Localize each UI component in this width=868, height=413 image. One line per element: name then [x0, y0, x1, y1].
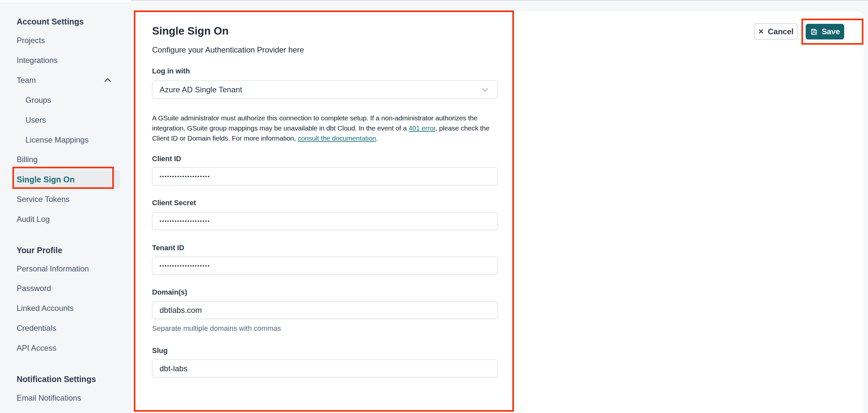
domains-label: Domain(s)	[152, 288, 187, 296]
client-id-label: Client ID	[152, 155, 181, 163]
slug-input[interactable]	[152, 359, 498, 377]
client-secret-label: Client Secret	[152, 199, 196, 207]
page: Account Settings Projects Integrations T…	[0, 0, 868, 413]
sidebar-header-account-settings: Account Settings	[17, 14, 84, 29]
sidebar-item-team[interactable]: Team	[17, 72, 36, 88]
save-button-label: Save	[822, 27, 840, 36]
sidebar-item-users[interactable]: Users	[26, 112, 46, 128]
sidebar-item-audit-log[interactable]: Audit Log	[17, 212, 50, 227]
chevron-down-icon	[480, 85, 490, 95]
cancel-button-label: Cancel	[768, 27, 794, 36]
client-secret-input[interactable]	[152, 212, 498, 230]
page-subtitle: Configure your Authentication Provider h…	[152, 45, 304, 55]
tenant-id-input[interactable]	[152, 257, 498, 275]
sidebar-top-divider	[0, 0, 131, 3]
sidebar-item-single-sign-on[interactable]: Single Sign On	[17, 171, 75, 187]
notice-part3: .	[376, 134, 378, 142]
slug-label: Slug	[152, 346, 168, 355]
domains-helper-text: Separate multiple domains with commas	[152, 324, 281, 333]
sidebar-item-api-access[interactable]: API Access	[17, 340, 56, 356]
sidebar-item-billing[interactable]: Billing	[17, 152, 37, 167]
gsuite-notice-text: A GSuite administrator must authorize th…	[152, 113, 502, 143]
sidebar-header-your-profile: Your Profile	[17, 243, 62, 258]
page-title: Single Sign On	[152, 25, 229, 37]
sidebar-item-credentials[interactable]: Credentials	[17, 320, 56, 336]
top-divider	[131, 0, 868, 1]
sidebar-header-notification-settings: Notification Settings	[17, 371, 96, 387]
sidebar-item-integrations[interactable]: Integrations	[17, 53, 57, 68]
sidebar-item-projects[interactable]: Projects	[17, 33, 45, 48]
login-with-label: Log in with	[152, 67, 190, 75]
login-with-select[interactable]: Azure AD Single Tenant	[152, 81, 498, 98]
sidebar-item-personal-information[interactable]: Personal Information	[17, 261, 89, 277]
sidebar: Account Settings Projects Integrations T…	[0, 0, 131, 413]
domains-input[interactable]	[152, 301, 498, 319]
close-icon: ✕	[758, 28, 764, 35]
login-with-selected-value: Azure AD Single Tenant	[160, 85, 480, 94]
sidebar-item-license-mappings[interactable]: License Mappings	[26, 132, 88, 148]
sidebar-item-password[interactable]: Password	[17, 281, 51, 296]
sidebar-item-service-tokens[interactable]: Service Tokens	[17, 191, 69, 207]
save-icon	[810, 28, 818, 36]
401-error-link[interactable]: 401 error	[408, 124, 435, 132]
client-id-input[interactable]	[152, 167, 498, 185]
cancel-button[interactable]: ✕ Cancel	[754, 23, 798, 40]
chevron-up-icon[interactable]	[100, 72, 116, 88]
sidebar-item-groups[interactable]: Groups	[26, 92, 51, 108]
save-button[interactable]: Save	[806, 24, 844, 39]
tenant-id-label: Tenant ID	[152, 244, 184, 252]
sidebar-item-email-notifications[interactable]: Email Notifications	[17, 390, 81, 406]
sidebar-item-linked-accounts[interactable]: Linked Accounts	[17, 300, 74, 316]
consult-documentation-link[interactable]: consult the documentation	[298, 134, 376, 142]
